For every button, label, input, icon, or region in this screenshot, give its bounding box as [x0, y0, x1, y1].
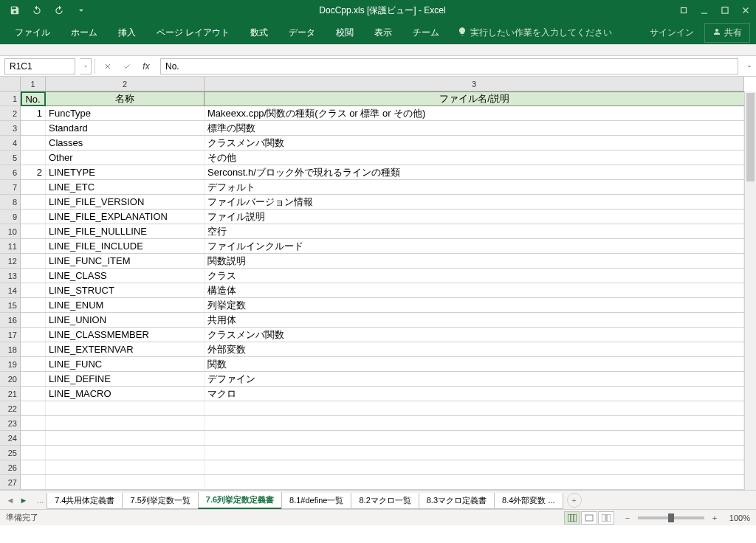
- close-button[interactable]: [735, 1, 756, 19]
- ribbon-display-button[interactable]: [673, 1, 694, 19]
- name-box[interactable]: R1C1: [4, 58, 75, 75]
- cell-desc[interactable]: [205, 475, 744, 489]
- row-header[interactable]: 18: [0, 342, 20, 357]
- maximize-button[interactable]: [715, 1, 735, 19]
- cell-desc[interactable]: 標準の関数: [205, 121, 744, 135]
- row-header[interactable]: 19: [0, 357, 20, 372]
- row-header[interactable]: 6: [0, 165, 20, 180]
- view-page-break-button[interactable]: [598, 511, 614, 525]
- sheet-nav-next[interactable]: ►: [18, 494, 30, 507]
- cell-name[interactable]: LINE_CLASS: [46, 269, 205, 283]
- cell-no[interactable]: [21, 151, 46, 165]
- cell-name[interactable]: LINE_STRUCT: [46, 283, 205, 297]
- row-header[interactable]: 22: [0, 401, 20, 416]
- cell-name[interactable]: LINE_FILE_INCLUDE: [46, 239, 205, 253]
- cell-name[interactable]: LINE_FILE_EXPLANATION: [46, 210, 205, 224]
- table-row[interactable]: LINE_ENUM列挙定数: [21, 298, 744, 313]
- row-header[interactable]: 3: [0, 121, 20, 136]
- table-row[interactable]: LINE_EXTERNVAR外部変数: [21, 342, 744, 357]
- row-header[interactable]: 8: [0, 195, 20, 210]
- cell-desc[interactable]: [205, 460, 744, 474]
- cell-desc[interactable]: その他: [205, 151, 744, 165]
- cell-name[interactable]: LINE_ENUM: [46, 298, 205, 312]
- table-row[interactable]: LINE_ETCデフォルト: [21, 180, 744, 195]
- cell-no[interactable]: [21, 328, 46, 342]
- row-header[interactable]: 4: [0, 136, 20, 151]
- formula-input[interactable]: No.: [160, 58, 738, 75]
- table-row[interactable]: [21, 460, 744, 475]
- table-row[interactable]: LINE_FILE_NULLLINE空行: [21, 224, 744, 239]
- cell-desc[interactable]: Serconst.h/ブロック外で現れるラインの種類: [205, 165, 744, 179]
- cell-desc[interactable]: クラスメンバ関数: [205, 328, 744, 342]
- minimize-button[interactable]: [694, 1, 715, 19]
- row-header[interactable]: 11: [0, 239, 20, 254]
- cell-name[interactable]: LINETYPE: [46, 165, 205, 179]
- table-row[interactable]: Classesクラスメンバ関数: [21, 136, 744, 151]
- cell-name[interactable]: LINE_MACRO: [46, 387, 205, 401]
- table-row[interactable]: LINE_UNION共用体: [21, 313, 744, 328]
- cell-no[interactable]: [21, 239, 46, 253]
- table-row[interactable]: LINE_STRUCT構造体: [21, 283, 744, 298]
- cell-desc[interactable]: ファイルインクルード: [205, 239, 744, 253]
- row-header[interactable]: 24: [0, 431, 20, 446]
- table-row[interactable]: LINE_CLASSクラス: [21, 269, 744, 283]
- row-headers[interactable]: 1234567891011121314151617181920212223242…: [0, 91, 21, 490]
- row-header[interactable]: 13: [0, 269, 20, 283]
- save-button[interactable]: [4, 1, 25, 19]
- cell-name[interactable]: LINE_DEFINE: [46, 372, 205, 386]
- name-box-dropdown[interactable]: [80, 58, 92, 75]
- view-normal-button[interactable]: [564, 511, 580, 525]
- sign-in-link[interactable]: サインイン: [642, 24, 701, 42]
- sheet-tab-8-2[interactable]: 8.2マクロ一覧: [351, 493, 419, 509]
- cell-no[interactable]: [21, 283, 46, 297]
- cell-desc[interactable]: 外部変数: [205, 342, 744, 356]
- table-row[interactable]: LINE_FILE_VERSIONファイルバージョン情報: [21, 195, 744, 210]
- row-header[interactable]: 20: [0, 372, 20, 387]
- zoom-level[interactable]: 100%: [729, 513, 750, 522]
- tab-data[interactable]: データ: [280, 24, 324, 42]
- cell-no[interactable]: [21, 195, 46, 209]
- cell-name[interactable]: Classes: [46, 136, 205, 150]
- table-row[interactable]: 2LINETYPESerconst.h/ブロック外で現れるラインの種類: [21, 165, 744, 180]
- cell-desc[interactable]: Makeexx.cpp/関数の種類(クラス or 標準 or その他): [205, 106, 744, 120]
- share-button[interactable]: 共有: [704, 23, 750, 43]
- cell-desc[interactable]: 関数: [205, 357, 744, 371]
- zoom-slider[interactable]: [638, 516, 704, 519]
- tab-layout[interactable]: ページ レイアウト: [148, 24, 238, 42]
- cell-name[interactable]: [46, 446, 205, 460]
- cell-desc[interactable]: 空行: [205, 224, 744, 238]
- expand-formula-bar[interactable]: [743, 63, 756, 70]
- cell-no[interactable]: [21, 121, 46, 135]
- cell-name[interactable]: Standard: [46, 121, 205, 135]
- redo-button[interactable]: [49, 1, 69, 19]
- cell-desc[interactable]: デフォルト: [205, 180, 744, 194]
- row-header[interactable]: 21: [0, 387, 20, 401]
- table-row[interactable]: [21, 431, 744, 446]
- row-header[interactable]: 5: [0, 151, 20, 165]
- cell-no[interactable]: [21, 416, 46, 430]
- sheet-tab-8-4[interactable]: 8.4外部変数 ...: [494, 493, 563, 509]
- table-row[interactable]: LINE_CLASSMEMBERクラスメンバ関数: [21, 328, 744, 342]
- sheet-tab-8-1[interactable]: 8.1#define一覧: [281, 493, 351, 509]
- cell-name[interactable]: LINE_EXTERNVAR: [46, 342, 205, 356]
- tab-team[interactable]: チーム: [404, 24, 448, 42]
- cell-desc[interactable]: 列挙定数: [205, 298, 744, 312]
- cell-no[interactable]: [21, 269, 46, 283]
- cell-no[interactable]: 1: [21, 106, 46, 120]
- cell-no[interactable]: [21, 136, 46, 150]
- row-header[interactable]: 9: [0, 210, 20, 224]
- cell-desc[interactable]: クラス: [205, 269, 744, 283]
- col-header-2[interactable]: 2: [46, 77, 205, 91]
- cell-name[interactable]: LINE_FUNC_ITEM: [46, 254, 205, 268]
- zoom-thumb[interactable]: [668, 513, 674, 522]
- qat-customize-button[interactable]: [71, 1, 92, 19]
- cell-no[interactable]: [21, 431, 46, 445]
- tab-home[interactable]: ホーム: [62, 24, 106, 42]
- row-header[interactable]: 1: [0, 91, 20, 106]
- zoom-control[interactable]: − + 100%: [622, 513, 750, 522]
- cell-no[interactable]: [21, 313, 46, 327]
- cell-no[interactable]: [21, 460, 46, 474]
- tab-insert[interactable]: 挿入: [109, 24, 145, 42]
- enter-formula-button[interactable]: [117, 58, 137, 75]
- table-row[interactable]: LINE_FILE_INCLUDEファイルインクルード: [21, 239, 744, 254]
